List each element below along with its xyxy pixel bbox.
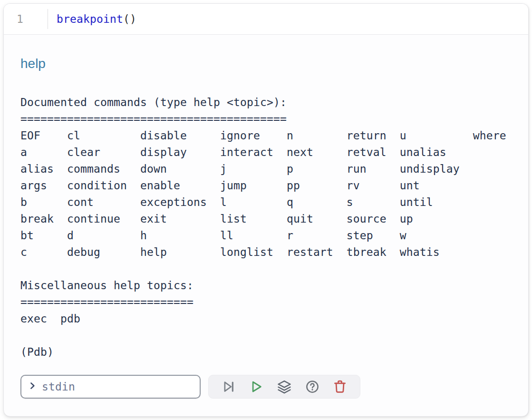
play-icon <box>249 380 263 394</box>
pdb-help-output: Documented commands (type help <topic>):… <box>20 94 512 361</box>
code-token-builtin: breakpoint <box>57 13 123 25</box>
layers-button[interactable] <box>276 379 292 395</box>
python-console-card: 1 breakpoint() help Documented commands … <box>3 3 529 417</box>
layers-icon <box>277 380 291 394</box>
stdin-input[interactable] <box>42 381 193 393</box>
help-circle-icon <box>305 380 319 394</box>
code-token-parens: () <box>123 13 136 25</box>
stdin-echo: help <box>20 57 512 71</box>
stdin-box[interactable] <box>20 375 201 399</box>
skip-next-icon <box>222 380 236 394</box>
trash-icon <box>333 380 347 394</box>
code-editor-line[interactable]: breakpoint() <box>48 13 136 25</box>
help-button[interactable] <box>304 379 320 395</box>
console-io-row <box>20 375 512 399</box>
step-next-button[interactable] <box>221 379 237 395</box>
console-output-area: help Documented commands (type help <top… <box>4 35 528 416</box>
editor-gutter: 1 <box>4 9 48 29</box>
chevron-right-icon <box>28 381 37 392</box>
line-number: 1 <box>17 13 23 25</box>
code-editor-row: 1 breakpoint() <box>4 4 528 35</box>
run-button[interactable] <box>248 379 264 395</box>
console-toolbar <box>208 375 360 399</box>
clear-button[interactable] <box>332 379 348 395</box>
